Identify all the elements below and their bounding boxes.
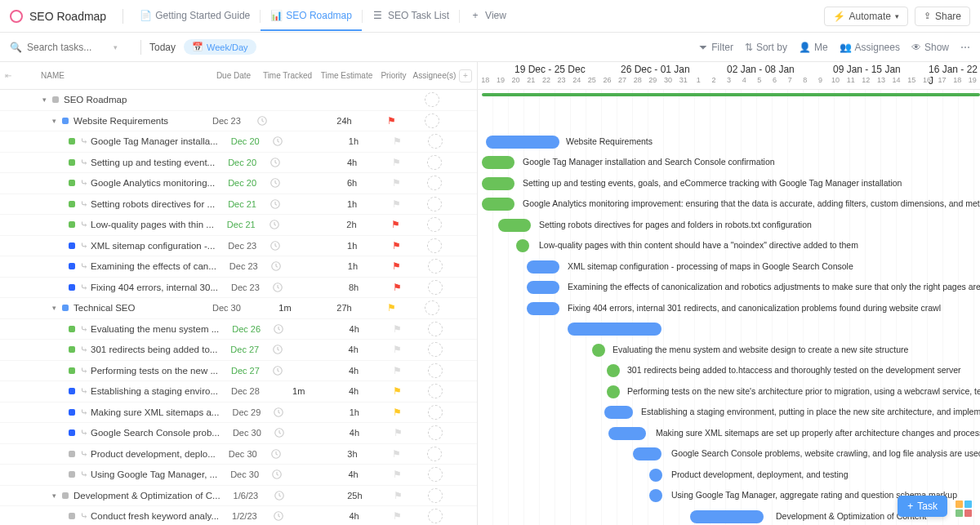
priority-flag-icon[interactable]: ⚑ [394, 427, 403, 438]
due-date[interactable]: Dec 23 [225, 283, 272, 292]
task-row[interactable]: ⤷Conduct fresh keyword analy... 1/2/23 4… [0, 506, 477, 525]
tab-view[interactable]: +View [460, 2, 516, 31]
due-date[interactable]: 1/2/23 [225, 511, 273, 521]
gantt-bar[interactable] [482, 156, 514, 169]
assignee-placeholder-icon[interactable] [427, 447, 442, 461]
time-tracked-button[interactable] [270, 198, 323, 210]
status-dot[interactable] [69, 451, 75, 457]
gantt-bar[interactable] [527, 302, 559, 315]
col-est-header[interactable]: Time Estimate [316, 71, 377, 80]
task-row[interactable]: ▾Technical SEO Dec 30 1m 27h ⚑ [0, 298, 477, 319]
assignee-cell[interactable] [413, 488, 458, 503]
assignee-cell[interactable] [408, 113, 457, 128]
time-estimate[interactable]: 1h [323, 199, 381, 209]
time-estimate[interactable]: 24h [314, 116, 375, 126]
gantt-bar[interactable] [482, 177, 514, 190]
task-row[interactable]: ⤷Using Google Tag Manager, ... Dec 30 4h… [0, 465, 477, 486]
time-tracked-value[interactable]: 1m [256, 303, 314, 313]
show-button[interactable]: 👁Show [911, 42, 949, 53]
priority-flag-icon[interactable]: ⚑ [393, 510, 402, 522]
expand-all-icon[interactable]: ⇤ [0, 71, 16, 80]
task-row[interactable]: ⤷Making sure XML sitemaps a... Dec 29 1h… [0, 403, 477, 424]
task-row[interactable]: ▾Website Requirements Dec 23 24h ⚑ [0, 111, 477, 132]
tab-getting-started-guide[interactable]: 📄Getting Started Guide [130, 2, 260, 31]
gantt-bar[interactable] [527, 281, 559, 294]
status-dot[interactable] [62, 492, 69, 499]
collapse-icon[interactable]: ▾ [49, 492, 59, 500]
task-row[interactable]: ⤷Low-quality pages with thin ... Dec 21 … [0, 215, 477, 236]
time-tracked-value[interactable]: 1m [272, 386, 325, 396]
gantt-bar[interactable] [486, 136, 559, 149]
priority-flag-icon[interactable]: ⚑ [387, 302, 396, 314]
gantt-milestone[interactable] [649, 489, 662, 502]
assignee-placeholder-icon[interactable] [428, 342, 443, 357]
due-date[interactable]: Dec 20 [221, 178, 270, 188]
col-name-header[interactable]: NAME [16, 71, 208, 80]
assignee-cell[interactable] [412, 238, 457, 253]
gantt-bar[interactable] [608, 427, 646, 440]
today-button[interactable]: Today [149, 42, 176, 53]
due-date[interactable]: Dec 30 [226, 428, 274, 438]
due-date[interactable]: Dec 21 [220, 220, 269, 229]
collapse-icon[interactable]: ▾ [49, 304, 59, 312]
gantt-bar[interactable] [568, 323, 662, 336]
time-tracked-button[interactable] [274, 427, 327, 438]
status-dot[interactable] [69, 471, 75, 478]
assignee-cell[interactable] [412, 155, 457, 170]
gantt-area[interactable]: Website RequirementsGoogle Tag Manager i… [478, 90, 980, 525]
status-dot[interactable] [69, 367, 75, 374]
time-tracked-button[interactable] [270, 177, 323, 189]
assignee-cell[interactable] [412, 134, 458, 149]
more-button[interactable]: ⋯ [960, 42, 970, 53]
assignee-placeholder-icon[interactable] [428, 259, 443, 274]
priority-flag-icon[interactable]: ⚑ [393, 323, 402, 335]
priority-flag-icon[interactable]: ⚑ [392, 157, 401, 168]
status-dot[interactable] [62, 305, 69, 311]
time-tracked-button[interactable] [270, 157, 323, 168]
assignee-cell[interactable] [412, 176, 457, 190]
assignee-cell[interactable] [413, 425, 458, 440]
time-tracked-button[interactable] [272, 136, 325, 147]
status-dot[interactable] [69, 201, 75, 207]
status-dot[interactable] [69, 513, 75, 519]
assignee-cell[interactable] [412, 447, 457, 461]
task-row[interactable]: ⤷Examining the effects of can... Dec 23 … [0, 256, 477, 278]
gantt-bar[interactable] [498, 219, 531, 232]
time-tracked-button[interactable] [272, 365, 325, 376]
time-estimate[interactable]: 27h [314, 303, 375, 313]
priority-flag-icon[interactable]: ⚑ [392, 177, 401, 189]
assignee-cell[interactable] [412, 384, 458, 398]
priority-flag-icon[interactable]: ⚑ [393, 407, 402, 418]
time-estimate[interactable]: 4h [325, 386, 382, 396]
gantt-milestone[interactable] [516, 239, 529, 252]
gantt-milestone[interactable] [607, 385, 620, 398]
assignee-placeholder-icon[interactable] [425, 113, 439, 128]
assignee-cell[interactable] [412, 197, 457, 211]
time-estimate[interactable]: 8h [325, 283, 382, 292]
time-estimate[interactable]: 4h [326, 511, 382, 521]
tab-seo-roadmap[interactable]: 📊SEO Roadmap [261, 2, 362, 31]
status-dot[interactable] [69, 180, 75, 186]
time-tracked-button[interactable] [273, 323, 326, 335]
due-date[interactable]: Dec 30 [222, 449, 270, 459]
collapse-icon[interactable]: ▾ [39, 96, 49, 104]
time-estimate[interactable]: 4h [323, 158, 381, 167]
due-date[interactable]: Dec 27 [224, 345, 271, 354]
due-date[interactable]: Dec 23 [221, 241, 270, 251]
assignee-placeholder-icon[interactable] [428, 509, 443, 523]
time-estimate[interactable]: 4h [325, 469, 382, 479]
assignee-placeholder-icon[interactable] [428, 384, 443, 398]
gantt-bar[interactable] [527, 260, 559, 274]
time-tracked-button[interactable] [273, 407, 326, 418]
time-estimate[interactable]: 6h [323, 178, 381, 188]
gantt-milestone[interactable] [592, 344, 605, 357]
sort-button[interactable]: ⇅Sort by [745, 42, 787, 53]
add-column-button[interactable]: + [459, 69, 472, 82]
task-row[interactable]: ⤷XML sitemap configuration -... Dec 23 1… [0, 236, 477, 257]
time-estimate[interactable]: 1h [326, 407, 382, 417]
due-date[interactable]: Dec 28 [225, 386, 272, 396]
time-estimate[interactable]: 2h [323, 220, 381, 229]
assignee-cell[interactable] [412, 405, 457, 420]
status-dot[interactable] [69, 388, 75, 394]
me-button[interactable]: 👤Me [799, 42, 828, 53]
